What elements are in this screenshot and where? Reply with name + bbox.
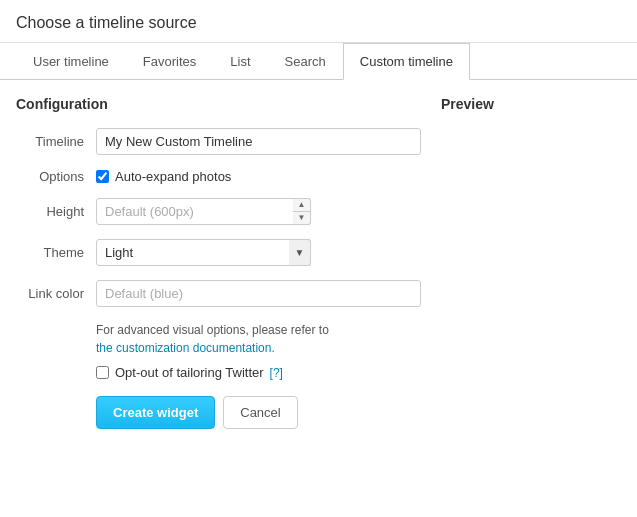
tab-list[interactable]: List xyxy=(213,43,267,80)
customization-doc-link[interactable]: the customization documentation. xyxy=(96,341,275,355)
theme-row: Theme Light Dark ▼ xyxy=(16,239,421,266)
configuration-title: Configuration xyxy=(16,96,421,112)
opt-out-checkbox[interactable] xyxy=(96,366,109,379)
height-up-button[interactable]: ▲ xyxy=(293,199,310,212)
theme-label: Theme xyxy=(16,245,96,260)
tab-user-timeline[interactable]: User timeline xyxy=(16,43,126,80)
preview-title: Preview xyxy=(441,96,621,112)
preview-panel: Preview xyxy=(421,96,621,429)
auto-expand-label: Auto-expand photos xyxy=(115,169,231,184)
height-input[interactable] xyxy=(96,198,311,225)
theme-select-wrapper: Light Dark ▼ xyxy=(96,239,421,266)
page-header: Choose a timeline source xyxy=(0,0,637,43)
opt-out-label: Opt-out of tailoring Twitter xyxy=(115,365,264,380)
options-label: Options xyxy=(16,169,96,184)
auto-expand-checkbox[interactable] xyxy=(96,170,109,183)
timeline-row: Timeline xyxy=(16,128,421,155)
configuration-panel: Configuration Timeline Options Auto-expa… xyxy=(16,96,421,429)
opt-out-row: Opt-out of tailoring Twitter [?] xyxy=(96,365,421,380)
options-row: Options Auto-expand photos xyxy=(16,169,421,184)
link-color-input[interactable] xyxy=(96,280,421,307)
page-title: Choose a timeline source xyxy=(16,14,621,32)
tabs-bar: User timeline Favorites List Search Cust… xyxy=(0,43,637,80)
theme-dropdown-wrapper: Light Dark ▼ xyxy=(96,239,311,266)
tab-favorites[interactable]: Favorites xyxy=(126,43,213,80)
height-input-wrapper: ▲ ▼ xyxy=(96,198,421,225)
timeline-label: Timeline xyxy=(16,134,96,149)
options-control: Auto-expand photos xyxy=(96,169,421,184)
height-spinner-wrapper: ▲ ▼ xyxy=(96,198,311,225)
auto-expand-row: Auto-expand photos xyxy=(96,169,421,184)
link-color-row: Link color xyxy=(16,280,421,307)
height-row: Height ▲ ▼ xyxy=(16,198,421,225)
content-area: Configuration Timeline Options Auto-expa… xyxy=(0,80,637,445)
hint-prefix: For advanced visual options, please refe… xyxy=(96,323,329,337)
hint-text: For advanced visual options, please refe… xyxy=(96,321,421,357)
link-color-control xyxy=(96,280,421,307)
cancel-button[interactable]: Cancel xyxy=(223,396,297,429)
link-color-label: Link color xyxy=(16,286,96,301)
button-row: Create widget Cancel xyxy=(96,396,421,429)
create-widget-button[interactable]: Create widget xyxy=(96,396,215,429)
height-spinner: ▲ ▼ xyxy=(293,198,311,225)
question-mark-icon[interactable]: [?] xyxy=(270,366,283,380)
height-down-button[interactable]: ▼ xyxy=(293,212,310,224)
theme-select[interactable]: Light Dark xyxy=(96,239,311,266)
tab-search[interactable]: Search xyxy=(268,43,343,80)
height-label: Height xyxy=(16,204,96,219)
tab-custom-timeline[interactable]: Custom timeline xyxy=(343,43,470,80)
timeline-input[interactable] xyxy=(96,128,421,155)
timeline-input-wrapper xyxy=(96,128,421,155)
